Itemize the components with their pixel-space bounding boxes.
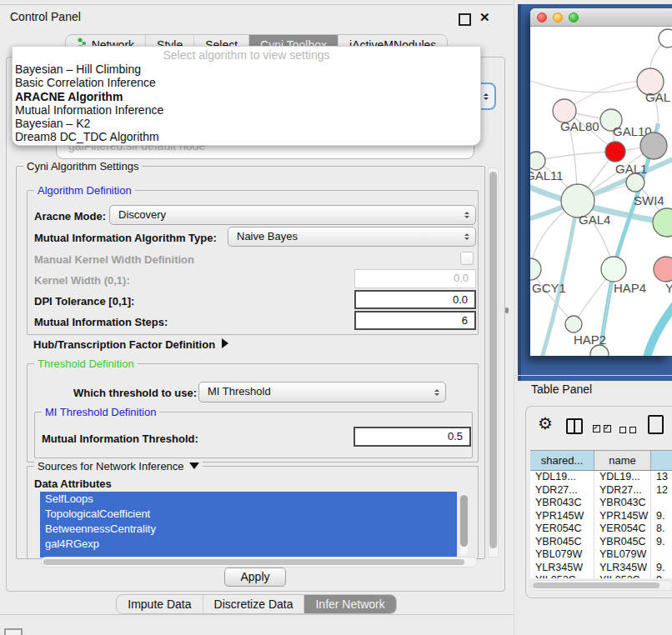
- network-node-label: GAL1: [615, 162, 647, 176]
- table-cell[interactable]: YLR345W: [594, 562, 651, 575]
- column-header-name[interactable]: name: [594, 451, 651, 470]
- network-canvas[interactable]: GALGAL80GAL10GAL1GAL11GAL4SWI4GCY1HAP4YH…: [530, 28, 672, 356]
- table-cell[interactable]: [651, 548, 672, 562]
- deselect-all-columns-icon[interactable]: [619, 422, 639, 437]
- network-node[interactable]: [640, 132, 667, 159]
- table-cell[interactable]: 13: [651, 471, 672, 484]
- mi-steps-field[interactable]: 6: [354, 311, 476, 330]
- table-panel-window: shared... name YDL19...YDL19...13YDR27..…: [525, 406, 672, 598]
- algorithm-option[interactable]: Basic Correlation Inference: [13, 76, 480, 89]
- table-horizontal-scrollbar[interactable]: [530, 580, 672, 591]
- tab-discretize-data[interactable]: Discretize Data: [203, 595, 305, 613]
- network-view-window: GALGAL80GAL10GAL1GAL11GAL4SWI4GCY1HAP4YH…: [530, 8, 672, 356]
- close-icon[interactable]: [479, 10, 491, 23]
- which-threshold-select[interactable]: MI Threshold: [198, 382, 446, 402]
- manual-kernel-checkbox[interactable]: [460, 252, 474, 265]
- table-cell[interactable]: YDL19...: [594, 471, 651, 484]
- table-cell[interactable]: 8.: [651, 522, 672, 536]
- table-cell[interactable]: YBL079W: [594, 548, 651, 562]
- table-cell[interactable]: YDR27...: [530, 484, 594, 498]
- table-cell[interactable]: YBR045C: [530, 536, 594, 549]
- table-row[interactable]: YBL079WYBL079W: [530, 548, 672, 562]
- algorithm-option[interactable]: ARACNE Algorithm: [13, 90, 480, 103]
- network-window-titlebar[interactable]: [530, 8, 672, 27]
- table-cell[interactable]: 12: [651, 484, 672, 498]
- table-cell[interactable]: YDL19...: [530, 471, 594, 484]
- export-table-icon[interactable]: [648, 415, 664, 434]
- table-cell[interactable]: 9.: [651, 574, 672, 578]
- tab-impute-data[interactable]: Impute Data: [117, 595, 203, 613]
- float-window-icon[interactable]: [459, 13, 471, 26]
- table-cell[interactable]: 9.: [651, 510, 672, 523]
- network-node[interactable]: [601, 257, 626, 282]
- algorithm-option[interactable]: Dream8 DC_TDC Algorithm: [13, 130, 480, 143]
- network-node[interactable]: [659, 29, 672, 48]
- network-node[interactable]: [626, 173, 644, 192]
- column-header-shared-name[interactable]: shared...: [530, 451, 594, 470]
- table-cell[interactable]: YIL052C: [530, 574, 594, 578]
- table-cell[interactable]: YIL052C: [594, 574, 651, 578]
- attribute-item[interactable]: SelfLoops: [40, 492, 457, 507]
- table-cell[interactable]: YBL079W: [530, 548, 594, 562]
- table-cell[interactable]: 9.: [651, 536, 672, 549]
- table-cell[interactable]: YLR345W: [530, 562, 594, 575]
- mi-type-select[interactable]: Naive Bayes: [228, 227, 476, 247]
- algorithm-option[interactable]: Mutual Information Inference: [13, 103, 480, 117]
- dpi-tolerance-field[interactable]: 0.0: [354, 290, 476, 309]
- settings-vertical-scrollbar[interactable]: [488, 168, 499, 558]
- table-settings-gear-icon[interactable]: [538, 413, 553, 433]
- table-cell[interactable]: YBR043C: [594, 497, 651, 510]
- table-row[interactable]: YER054CYER054C8.: [530, 522, 672, 536]
- network-node[interactable]: [654, 257, 672, 282]
- network-node[interactable]: [653, 208, 672, 237]
- settings-horizontal-scrollbar[interactable]: [41, 557, 478, 568]
- table-row[interactable]: YDR27...YDR27...12: [530, 484, 672, 498]
- table-cell[interactable]: YBR045C: [594, 536, 651, 549]
- collapsed-panel-icon[interactable]: [4, 628, 23, 635]
- focused-combo-edge[interactable]: [480, 82, 496, 110]
- attribute-item[interactable]: TopologicalCoefficient: [40, 507, 457, 522]
- apply-button[interactable]: Apply: [224, 568, 286, 587]
- attribute-item[interactable]: gal4RGexp: [40, 537, 457, 552]
- network-node[interactable]: [530, 258, 541, 280]
- table-cell[interactable]: 9.: [651, 562, 672, 575]
- algorithm-option[interactable]: Bayesian – K2: [13, 117, 480, 130]
- attribute-item[interactable]: BetweennessCentrality: [40, 522, 457, 537]
- table-cell[interactable]: YER054C: [530, 522, 594, 536]
- minimize-traffic-light-icon[interactable]: [553, 12, 563, 22]
- table-row[interactable]: YLR345WYLR345W9.: [530, 562, 672, 575]
- table-row[interactable]: YDL19...YDL19...13: [530, 471, 672, 484]
- close-traffic-light-icon[interactable]: [537, 12, 547, 22]
- mi-threshold-field[interactable]: 0.5: [354, 427, 471, 447]
- network-node-label: HAP2: [574, 332, 606, 347]
- show-columns-icon[interactable]: [566, 418, 583, 434]
- panel-divider: [514, 0, 514, 635]
- table-cell[interactable]: YER054C: [594, 522, 651, 536]
- aracne-mode-select[interactable]: Discovery: [109, 205, 476, 225]
- zoom-traffic-light-icon[interactable]: [569, 12, 579, 22]
- kernel-width-field[interactable]: 0.0: [354, 269, 476, 288]
- table-row[interactable]: YBR045CYBR045C9.: [530, 536, 672, 549]
- table-row[interactable]: YIL052CYIL052C9.: [530, 574, 672, 578]
- table-cell[interactable]: [651, 497, 672, 510]
- table-cell[interactable]: YPR145W: [530, 510, 594, 523]
- table-cell[interactable]: YPR145W: [594, 510, 651, 523]
- splitter-handle[interactable]: [505, 308, 509, 313]
- data-attributes-list[interactable]: SelfLoopsTopologicalCoefficientBetweenne…: [40, 492, 457, 558]
- algorithm-option[interactable]: Bayesian – Hill Climbing: [13, 62, 480, 76]
- network-node[interactable]: [605, 142, 625, 162]
- table-cell[interactable]: YBR043C: [530, 497, 594, 510]
- table-cell[interactable]: YDR27...: [594, 484, 651, 498]
- table-row[interactable]: YBR043CYBR043C: [530, 497, 672, 510]
- network-node[interactable]: [530, 152, 545, 170]
- sources-group-title[interactable]: Sources for Network Inference: [34, 460, 203, 472]
- table-header-row: shared... name: [530, 451, 672, 471]
- hub-definition-expander[interactable]: Hub/Transcription Factor Definition: [33, 338, 228, 351]
- tab-infer-network[interactable]: Infer Network: [304, 595, 395, 613]
- network-node[interactable]: [565, 316, 582, 332]
- threshold-definition-group: Threshold Definition Which threshold to …: [27, 363, 479, 462]
- attributes-scrollbar[interactable]: [460, 493, 468, 555]
- column-header-partial[interactable]: [651, 451, 672, 470]
- select-all-columns-icon[interactable]: [593, 421, 614, 436]
- table-row[interactable]: YPR145WYPR145W9.: [530, 510, 672, 523]
